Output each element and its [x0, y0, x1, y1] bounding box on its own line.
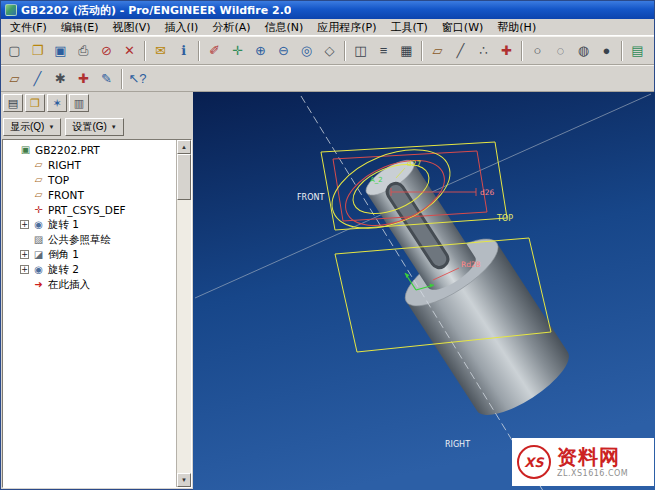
- csys-toggle[interactable]: ✚: [495, 40, 518, 62]
- expand-toggle[interactable]: +: [20, 220, 29, 229]
- tree-item[interactable]: RIGHT: [3, 157, 176, 172]
- model-tree-panel: GB2202.PRT RIGHT TOP: [2, 139, 192, 488]
- menu-item[interactable]: 分析(A): [205, 19, 257, 36]
- erase-display-button[interactable]: ⊘: [95, 40, 118, 62]
- toolbar-group-window: ▤◨: [626, 40, 655, 62]
- datum-plane-tool-icon: ▱: [10, 72, 20, 85]
- menu-item[interactable]: 编辑(E): [54, 19, 106, 36]
- datum-label-top[interactable]: TOP: [496, 214, 513, 223]
- tree-item[interactable]: 在此插入: [3, 277, 176, 292]
- datum-axes-toggle[interactable]: ╱: [449, 40, 472, 62]
- save-button[interactable]: ▣: [49, 40, 72, 62]
- menu-item[interactable]: 插入(I): [158, 19, 206, 36]
- datum-csys-tool[interactable]: ✚: [72, 68, 95, 90]
- datum-plane-tool[interactable]: ▱: [3, 68, 26, 90]
- saved-views-icon: ◫: [354, 44, 366, 57]
- menu-item[interactable]: 窗口(W): [435, 19, 490, 36]
- scrollbar-thumb[interactable]: [177, 154, 191, 200]
- open-file-button[interactable]: ❐: [26, 40, 49, 62]
- paintbrush-icon: ✐: [209, 44, 220, 57]
- browser-toggle[interactable]: ◨: [649, 40, 655, 62]
- expand-toggle[interactable]: +: [20, 250, 29, 259]
- sketch-tool[interactable]: ✎: [95, 68, 118, 90]
- no-hidden-button[interactable]: ◍: [572, 40, 595, 62]
- refit-button[interactable]: ◎: [295, 40, 318, 62]
- delete-button[interactable]: ✕: [118, 40, 141, 62]
- view-manager-button[interactable]: ▦: [395, 40, 418, 62]
- wireframe-button[interactable]: ○: [526, 40, 549, 62]
- main-area: ▤❐✶▥ 显示(Q) ▼ 设置(G) ▼: [1, 92, 654, 489]
- scrollbar-track[interactable]: [177, 200, 191, 473]
- favorites-tab[interactable]: ✶: [47, 94, 67, 112]
- axis-label[interactable]: A_2: [370, 176, 383, 184]
- insert-here-icon: [32, 280, 45, 290]
- hidden-line-button[interactable]: ◌: [549, 40, 572, 62]
- tree-item[interactable]: + 旋转 2: [3, 262, 176, 277]
- datum-points-toggle[interactable]: ∴: [472, 40, 495, 62]
- new-file-button[interactable]: ▢: [3, 40, 26, 62]
- datum-label-front[interactable]: FRONT: [297, 193, 324, 202]
- tree-item[interactable]: + 倒角 1: [3, 247, 176, 262]
- tree-show-button[interactable]: 显示(Q) ▼: [3, 118, 61, 136]
- menu-item[interactable]: 工具(T): [384, 19, 435, 36]
- datum-point-tool[interactable]: ✱: [49, 68, 72, 90]
- expand-toggle[interactable]: +: [20, 265, 29, 274]
- graphics-viewport[interactable]: d26 d27 Rd28 FRONT: [193, 92, 654, 489]
- main-toolbar: ▢❐▣⎙⊘✕ ✉ℹ ✐✛⊕⊖◎◇ ◫≡▦ ▱╱∴✚ ○◌◍● ▤◨: [1, 36, 654, 65]
- title-bar[interactable]: GB2202 (活动的) - Pro/ENGINEER Wildfire 2.0: [1, 1, 654, 19]
- menu-item[interactable]: 信息(N): [258, 19, 311, 36]
- arrow-down-icon: ▼: [181, 477, 187, 483]
- tree-item-label: PRT_CSYS_DEF: [48, 204, 126, 216]
- print-button[interactable]: ⎙: [72, 40, 95, 62]
- connections-icon: ▥: [74, 98, 84, 109]
- tree-item[interactable]: + 旋转 1: [3, 217, 176, 232]
- menu-item[interactable]: 视图(V): [105, 19, 157, 36]
- saved-views-button[interactable]: ◫: [349, 40, 372, 62]
- dimension-d27-label: d27: [407, 159, 422, 168]
- tree-item[interactable]: GB2202.PRT: [3, 142, 176, 157]
- expand-toggle[interactable]: [20, 280, 29, 289]
- folder-browser-tab[interactable]: ❐: [25, 94, 45, 112]
- viewport-canvas[interactable]: d26 d27 Rd28 FRONT: [193, 92, 655, 490]
- model-info-button[interactable]: ℹ: [172, 40, 195, 62]
- menu-item[interactable]: 文件(F): [3, 19, 54, 36]
- watermark-logo-text: XS: [524, 455, 543, 470]
- model-tree-toggle[interactable]: ▤: [626, 40, 649, 62]
- spin-center-button[interactable]: ✛: [226, 40, 249, 62]
- datum-planes-toggle[interactable]: ▱: [426, 40, 449, 62]
- connections-tab[interactable]: ▥: [69, 94, 89, 112]
- tree-item[interactable]: 公共参照草绘: [3, 232, 176, 247]
- orient-mode-button[interactable]: ◇: [318, 40, 341, 62]
- expand-toggle[interactable]: [7, 145, 16, 154]
- expand-toggle[interactable]: [20, 175, 29, 184]
- scroll-down-button[interactable]: ▼: [177, 473, 191, 487]
- tree-item[interactable]: TOP: [3, 172, 176, 187]
- scroll-up-button[interactable]: ▲: [177, 140, 191, 154]
- tree-item[interactable]: PRT_CSYS_DEF: [3, 202, 176, 217]
- layers-button[interactable]: ≡: [372, 40, 395, 62]
- zoom-in-button[interactable]: ⊕: [249, 40, 272, 62]
- repaint-button[interactable]: ✐: [203, 40, 226, 62]
- context-help-button[interactable]: ↖?: [126, 68, 149, 90]
- menu-item[interactable]: 应用程序(P): [310, 19, 383, 36]
- hidden-line-icon: ◌: [557, 44, 565, 57]
- sketch-tool-icon: ✎: [101, 72, 112, 85]
- datum-label-right[interactable]: RIGHT: [445, 440, 470, 449]
- shaded-button[interactable]: ●: [595, 40, 618, 62]
- toolbar-group-comm: ✉ℹ: [149, 40, 195, 62]
- tree-item[interactable]: FRONT: [3, 187, 176, 202]
- expand-toggle[interactable]: [20, 205, 29, 214]
- expand-toggle[interactable]: [20, 160, 29, 169]
- expand-toggle[interactable]: [20, 190, 29, 199]
- toolbar-separator: [121, 69, 123, 89]
- send-email-button[interactable]: ✉: [149, 40, 172, 62]
- datum-axis-tool[interactable]: ╱: [26, 68, 49, 90]
- expand-toggle[interactable]: [20, 235, 29, 244]
- revolve-feature-icon: [32, 220, 45, 230]
- model-tree-tab[interactable]: ▤: [3, 94, 23, 112]
- tree-scrollbar[interactable]: ▲ ▼: [176, 140, 191, 487]
- tree-item-label: TOP: [48, 174, 69, 186]
- menu-item[interactable]: 帮助(H): [490, 19, 543, 36]
- zoom-out-button[interactable]: ⊖: [272, 40, 295, 62]
- tree-settings-button[interactable]: 设置(G) ▼: [65, 118, 123, 136]
